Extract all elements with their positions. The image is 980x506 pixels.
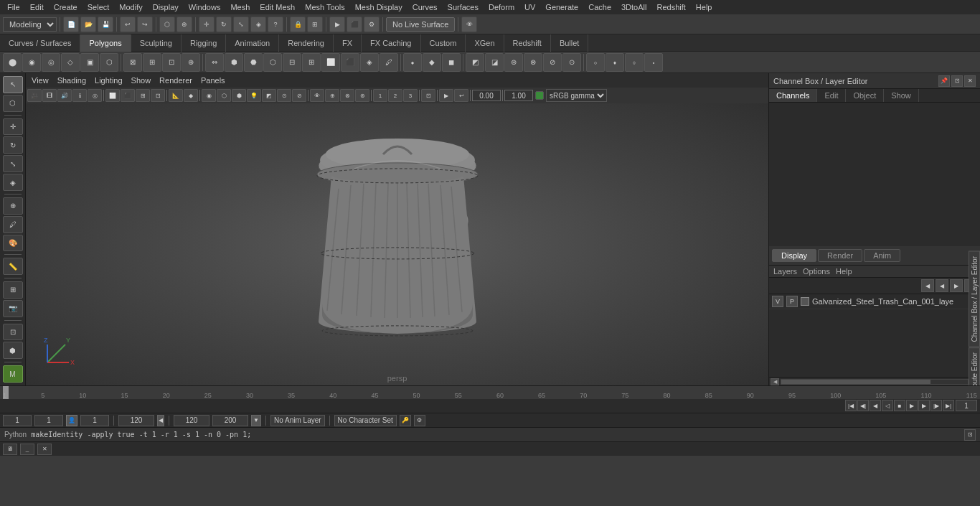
char-set-dropdown[interactable]: No Character Set [334,415,397,426]
sculpt-btn[interactable]: 🖊 [3,216,23,233]
measure-btn[interactable]: 📏 [3,258,23,275]
anim-layer-dropdown[interactable]: No Anim Layer [270,415,325,426]
boolean-btn[interactable]: ⊛ [504,53,523,72]
vp-show-menu[interactable]: Show [128,76,154,85]
anim-start-input[interactable] [174,415,209,426]
collapse-btn[interactable]: ⬛ [341,53,359,72]
layers-scrollbar[interactable]: ◀ ▶ [769,377,980,385]
vp-subdiv-2-btn[interactable]: 2 [388,89,402,102]
frame-current-input[interactable] [34,415,63,426]
bridge-btn[interactable]: ⬣ [244,53,263,72]
layers-nav-layers[interactable]: Layers [773,267,797,276]
vp-show-all-btn[interactable]: 👁 [310,89,324,102]
scale-tool-lt-btn[interactable]: ⤡ [3,155,23,172]
stop-btn[interactable]: ■ [894,400,905,411]
tab-redshift[interactable]: Redshift [504,34,551,52]
cb-tab-object[interactable]: Object [846,89,884,102]
soft-mod-btn[interactable]: ⊕ [3,197,23,215]
cb-tab-channels[interactable]: Channels [769,89,817,102]
separate-btn[interactable]: ◪ [485,53,504,72]
maya-logo-btn[interactable]: M [3,365,23,383]
channel-box-edge-tab[interactable]: Channel Box / Layer Editor [969,251,980,347]
select-by-type-btn[interactable]: ⬤ [3,53,22,72]
vp-deformers-btn[interactable]: ⊛ [355,89,369,102]
vp-focal-value[interactable] [504,90,533,101]
new-scene-btn[interactable]: 📄 [63,17,79,32]
scroll-thumb[interactable] [781,380,930,384]
ipr-btn[interactable]: ⬛ [347,17,362,32]
create-poly-btn[interactable]: ◼ [442,53,461,72]
render-btn[interactable]: ▶ [329,17,345,32]
show-manip-btn[interactable]: ◈ [3,174,23,191]
menu-modify[interactable]: Modify [115,0,146,14]
vp-2pane-btn[interactable]: ⬛ [121,89,135,102]
subdiv-btn[interactable]: ⬧ [606,53,624,72]
next-key-btn[interactable]: |▶ [930,400,942,411]
vp-single-pane-btn[interactable]: ⬜ [105,89,120,102]
vp-light-btn[interactable]: 💡 [247,89,261,102]
vp-xray-btn[interactable]: ⊕ [325,89,339,102]
open-scene-btn[interactable]: 📂 [80,17,96,32]
menu-help[interactable]: Help [692,0,717,14]
snap-to-grid-btn[interactable]: ⊞ [307,17,323,32]
layer-prev-btn[interactable]: ◀ [936,279,948,292]
vp-head-up-btn[interactable]: ℹ [72,89,87,102]
soft-select-btn[interactable]: ? [268,17,283,32]
prev-key-btn[interactable]: ◀| [857,400,869,411]
menu-cache[interactable]: Cache [584,0,616,14]
vp-4pane-btn[interactable]: ⊞ [136,89,150,102]
snap-vertex-btn[interactable]: ⊠ [123,53,142,72]
menu-3dtall[interactable]: 3DtoAll [617,0,651,14]
menu-edit[interactable]: Edit [26,0,48,14]
weld-btn[interactable]: ◈ [360,53,379,72]
char-set-settings-btn[interactable]: ⚙ [414,415,425,426]
camera-settings-btn[interactable]: 📷 [3,300,23,317]
snap-edge-btn[interactable]: ⊞ [143,53,161,72]
lasso-select-btn[interactable]: ⬡ [3,95,23,112]
tab-fx-caching[interactable]: FX Caching [362,34,420,52]
pin-panel-btn[interactable]: 📌 [938,75,950,87]
menu-display[interactable]: Display [149,0,183,14]
conform-btn[interactable]: ⊗ [524,53,542,72]
workspace-dropdown[interactable]: Modeling [3,17,57,32]
vp-motion-blur-btn[interactable]: ⊘ [292,89,306,102]
menu-curves[interactable]: Curves [408,0,442,14]
dt-tab-display[interactable]: Display [772,249,816,262]
vp-camera-btn[interactable]: 🎥 [27,89,42,102]
timeline-ruler[interactable]: 1 5 10 15 20 25 30 35 40 45 50 55 60 65 … [0,386,980,399]
vp-undo-view-btn[interactable]: ↩ [454,89,468,102]
layer-visibility-btn[interactable]: V [772,296,783,307]
vp-lighting-menu[interactable]: Lighting [92,76,126,85]
select-hierarchy-btn[interactable]: ◉ [22,53,41,72]
paint-skin-btn[interactable]: 🎨 [3,235,23,252]
vp-view-menu[interactable]: View [29,76,52,85]
play-fwd-btn[interactable]: ▶ [906,400,918,411]
snap-settings-btn[interactable]: ⊞ [3,281,23,299]
char-set-key-btn[interactable]: 🔑 [400,415,411,426]
layer-color-swatch[interactable] [801,297,809,306]
menu-surfaces[interactable]: Surfaces [443,0,483,14]
layer-playback-btn[interactable]: P [786,296,798,307]
vp-film-btn[interactable]: 🎞 [42,89,57,102]
move-tool-btn[interactable]: ✛ [199,17,215,32]
lock-btn[interactable]: 🔒 [290,17,306,32]
menu-generate[interactable]: Generate [541,0,583,14]
loop-btn[interactable]: ⊞ [302,53,321,72]
bevel-btn[interactable]: ⬡ [263,53,282,72]
anim-end-input[interactable] [212,415,248,426]
menu-mesh-tools[interactable]: Mesh Tools [301,0,349,14]
vp-selection-btn[interactable]: ◆ [184,89,198,102]
rotate-tool-lt-btn[interactable]: ↻ [3,136,23,154]
play-back-btn[interactable]: ◁ [882,400,893,411]
range-expand-btn[interactable]: ◀ [157,415,164,426]
go-end-btn[interactable]: ▶| [943,400,954,411]
tab-animation[interactable]: Animation [226,34,279,52]
menu-windows[interactable]: Windows [184,0,225,14]
vp-isolate-btn[interactable]: ◎ [88,89,102,102]
layer-next-btn[interactable]: ▶ [950,279,963,292]
rotate-tool-btn[interactable]: ↻ [216,17,232,32]
layers-nav-options[interactable]: Options [803,267,830,276]
layers-nav-help[interactable]: Help [836,267,852,276]
vp-pane-layout-btn[interactable]: ⊡ [151,89,165,102]
frame-sel-input[interactable] [80,415,109,426]
